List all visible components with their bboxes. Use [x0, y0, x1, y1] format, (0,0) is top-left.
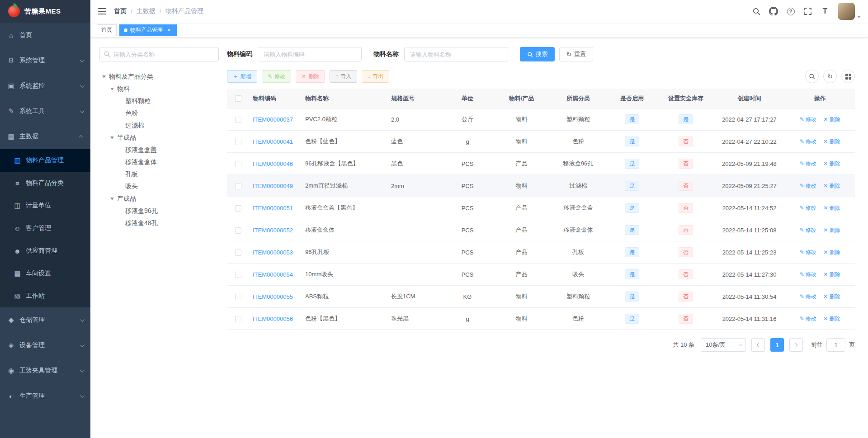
sidebar-item[interactable]: ◐ 生产管理: [0, 383, 90, 409]
row-checkbox[interactable]: [235, 117, 241, 123]
hamburger-icon[interactable]: [98, 7, 107, 16]
toggle-search-button[interactable]: [805, 70, 819, 83]
row-edit-button[interactable]: ✎修改: [800, 138, 816, 145]
tree-expand-icon[interactable]: [110, 88, 114, 90]
category-search-input[interactable]: [99, 47, 219, 61]
material-code-link[interactable]: ITEM00000053: [253, 249, 293, 256]
row-checkbox[interactable]: [235, 139, 241, 145]
prev-page-button[interactable]: [751, 338, 765, 352]
search-button[interactable]: 搜索: [520, 47, 555, 61]
row-delete-button[interactable]: ✕删除: [823, 183, 840, 189]
tree-node[interactable]: 产成品: [99, 193, 219, 205]
row-delete-button[interactable]: ✕删除: [823, 249, 840, 255]
material-code-link[interactable]: ITEM00000049: [253, 183, 293, 189]
tree-node[interactable]: 半成品: [99, 132, 219, 144]
tree-node[interactable]: 物料及产品分类: [99, 71, 219, 83]
add-button[interactable]: ＋ 新增: [227, 70, 257, 83]
page-size-select[interactable]: 10条/页: [701, 338, 746, 352]
row-delete-button[interactable]: ✕删除: [823, 293, 840, 300]
row-delete-button[interactable]: ✕删除: [823, 227, 840, 233]
tree-expand-icon[interactable]: [110, 198, 114, 200]
tree-expand-icon[interactable]: [110, 137, 114, 139]
breadcrumb-home[interactable]: 首页: [114, 7, 127, 15]
row-checkbox[interactable]: [235, 227, 241, 234]
sidebar-item[interactable]: ◉ 工装夹具管理: [0, 358, 90, 383]
row-edit-button[interactable]: ✎修改: [800, 316, 816, 322]
material-code-link[interactable]: ITEM00000037: [253, 116, 293, 123]
tab-home[interactable]: 首页: [97, 24, 117, 36]
tree-node[interactable]: 移液盒盒盖: [99, 144, 219, 156]
material-code-link[interactable]: ITEM00000055: [253, 293, 293, 300]
tree-node[interactable]: 孔板: [99, 168, 219, 180]
row-edit-button[interactable]: ✎修改: [800, 183, 816, 189]
sidebar-subitem[interactable]: ☻ 供应商管理: [0, 240, 90, 262]
sidebar-item[interactable]: ▤ 主数据: [0, 124, 90, 149]
row-checkbox[interactable]: [235, 294, 241, 300]
row-edit-button[interactable]: ✎修改: [800, 227, 816, 233]
row-checkbox[interactable]: [235, 205, 241, 212]
material-code-input[interactable]: [258, 47, 362, 61]
tree-node[interactable]: 吸头: [99, 180, 219, 193]
font-size-icon[interactable]: T: [821, 7, 830, 16]
close-icon[interactable]: ×: [165, 27, 172, 33]
page-1-button[interactable]: 1: [770, 338, 784, 352]
import-button[interactable]: ↑ 导入: [330, 70, 357, 83]
sidebar-item[interactable]: ◈ 设备管理: [0, 333, 90, 358]
row-delete-button[interactable]: ✕删除: [823, 316, 840, 322]
tree-node[interactable]: 移液盒盒体: [99, 156, 219, 168]
material-code-link[interactable]: ITEM00000051: [253, 205, 293, 212]
row-edit-button[interactable]: ✎修改: [800, 271, 816, 278]
columns-button[interactable]: [841, 70, 855, 83]
sidebar-item[interactable]: ⚙ 系统管理: [0, 48, 90, 73]
row-checkbox[interactable]: [235, 161, 241, 167]
row-delete-button[interactable]: ✕删除: [823, 205, 840, 211]
row-checkbox[interactable]: [235, 183, 241, 189]
sidebar-subitem[interactable]: ▧ 工作站: [0, 285, 90, 307]
material-code-link[interactable]: ITEM00000056: [253, 316, 293, 322]
row-edit-button[interactable]: ✎修改: [800, 160, 816, 167]
breadcrumb-master-data[interactable]: 主数据: [137, 7, 156, 15]
sidebar-subitem[interactable]: ☺ 客户管理: [0, 217, 90, 240]
refresh-button[interactable]: ↻: [823, 70, 837, 83]
material-name-input[interactable]: [404, 47, 508, 61]
row-edit-button[interactable]: ✎修改: [800, 293, 816, 300]
help-icon[interactable]: ?: [786, 7, 795, 16]
material-code-link[interactable]: ITEM00000052: [253, 227, 293, 234]
app-logo[interactable]: 苦糖果MES: [0, 0, 90, 23]
search-icon[interactable]: [752, 7, 761, 16]
row-delete-button[interactable]: ✕删除: [823, 160, 840, 167]
row-checkbox[interactable]: [235, 250, 241, 256]
sidebar-item[interactable]: ◆ 仓储管理: [0, 307, 90, 333]
export-button[interactable]: ↓ 导出: [362, 70, 389, 83]
sidebar-item[interactable]: ⌂ 首页: [0, 23, 90, 48]
row-checkbox[interactable]: [235, 316, 241, 322]
material-code-link[interactable]: ITEM00000054: [253, 271, 293, 278]
row-checkbox[interactable]: [235, 272, 241, 278]
material-code-link[interactable]: ITEM00000041: [253, 138, 293, 145]
user-menu[interactable]: [838, 3, 861, 20]
material-code-link[interactable]: ITEM00000046: [253, 160, 293, 167]
sidebar-subitem[interactable]: ▦ 车间设置: [0, 262, 90, 285]
row-edit-button[interactable]: ✎修改: [800, 116, 816, 122]
tree-node[interactable]: 物料: [99, 83, 219, 95]
sidebar-subitem[interactable]: ▥ 物料产品管理: [0, 149, 90, 172]
select-all-checkbox[interactable]: [235, 95, 241, 102]
tree-node[interactable]: 移液盒96孔: [99, 205, 219, 217]
github-icon[interactable]: [769, 7, 778, 16]
tree-node[interactable]: 过滤棉: [99, 119, 219, 132]
edit-button[interactable]: ✎ 修改: [262, 70, 291, 83]
sidebar-subitem[interactable]: ≡ 物料产品分类: [0, 172, 90, 194]
tree-node[interactable]: 移液盒48孔: [99, 217, 219, 229]
sidebar-item[interactable]: ▣ 系统监控: [0, 73, 90, 99]
fullscreen-icon[interactable]: [803, 7, 812, 16]
next-page-button[interactable]: [789, 338, 803, 352]
tree-node[interactable]: 色粉: [99, 107, 219, 119]
tree-expand-icon[interactable]: [102, 75, 106, 78]
delete-button[interactable]: ✕ 删除: [296, 70, 325, 83]
sidebar-item[interactable]: ✎ 系统工具: [0, 99, 90, 124]
row-delete-button[interactable]: ✕删除: [823, 138, 840, 145]
row-delete-button[interactable]: ✕删除: [823, 271, 840, 278]
tree-node[interactable]: 塑料颗粒: [99, 95, 219, 107]
sidebar-subitem[interactable]: ◫ 计量单位: [0, 194, 90, 217]
goto-page-input[interactable]: [826, 338, 845, 352]
